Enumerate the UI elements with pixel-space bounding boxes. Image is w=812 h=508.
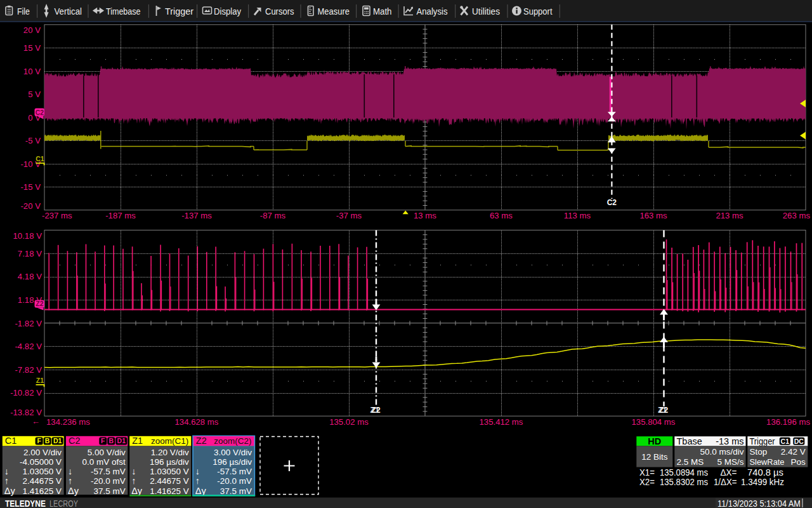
svg-text:0.0 mV ofst: 0.0 mV ofst — [82, 457, 126, 467]
svg-text:Z2: Z2 — [196, 436, 207, 446]
svg-text:D1: D1 — [117, 437, 126, 444]
svg-text:135.8302 ms: 135.8302 ms — [660, 477, 708, 487]
svg-text:B: B — [45, 437, 50, 444]
svg-text:1.03050 V: 1.03050 V — [150, 467, 189, 476]
svg-text:-57.5 mV: -57.5 mV — [217, 467, 252, 476]
svg-text:-1.82 V: -1.82 V — [15, 319, 42, 328]
svg-text:1/ΔX=: 1/ΔX= — [714, 477, 737, 487]
svg-text:12 Bits: 12 Bits — [641, 452, 668, 462]
svg-text:-15 V: -15 V — [20, 182, 41, 192]
svg-text:Z1: Z1 — [658, 406, 667, 415]
svg-text:135.0894 ms: 135.0894 ms — [660, 467, 708, 478]
svg-text:Stop: Stop — [750, 447, 768, 457]
svg-text:Vertical: Vertical — [55, 6, 82, 17]
svg-text:1.41625 V: 1.41625 V — [23, 486, 62, 496]
svg-text:-4.82 V: -4.82 V — [15, 342, 42, 351]
svg-text:File: File — [17, 6, 30, 17]
svg-text:196 µs/div: 196 µs/div — [213, 457, 252, 467]
svg-text:37.5 mV: 37.5 mV — [220, 486, 252, 496]
svg-text:134.628 ms: 134.628 ms — [175, 417, 219, 427]
svg-text:Δy: Δy — [131, 486, 143, 496]
svg-text:50.0 ms/div: 50.0 ms/div — [700, 447, 743, 457]
svg-text:↓: ↓ — [131, 466, 136, 476]
svg-text:10.18 V: 10.18 V — [13, 231, 43, 241]
svg-text:C2: C2 — [69, 436, 81, 446]
svg-text:Trigger: Trigger — [750, 436, 775, 446]
svg-text:Measure: Measure — [318, 6, 350, 17]
svg-text:X2=: X2= — [639, 477, 655, 487]
svg-text:20 V: 20 V — [23, 25, 41, 35]
svg-text:1.3499 kHz: 1.3499 kHz — [741, 477, 784, 487]
svg-text:F: F — [37, 437, 41, 444]
svg-text:↑: ↑ — [4, 476, 9, 486]
svg-text:163 ms: 163 ms — [639, 211, 667, 220]
svg-text:TELEDYNE: TELEDYNE — [5, 498, 46, 508]
svg-text:Timebase: Timebase — [106, 6, 141, 17]
svg-text:↓: ↓ — [4, 466, 9, 476]
svg-text:63 ms: 63 ms — [490, 211, 513, 220]
svg-text:2.00 V/div: 2.00 V/div — [23, 448, 62, 457]
svg-text:1.20 V/div: 1.20 V/div — [151, 448, 189, 457]
svg-text:135.412 ms: 135.412 ms — [480, 417, 523, 427]
svg-text:135.02 ms: 135.02 ms — [329, 417, 369, 427]
svg-text:Tbase: Tbase — [677, 436, 702, 446]
svg-text:-20.0 mV: -20.0 mV — [91, 476, 126, 486]
svg-text:-57.5 mV: -57.5 mV — [91, 467, 126, 476]
svg-text:196 µs/div: 196 µs/div — [150, 457, 189, 467]
svg-text:2.5 MS: 2.5 MS — [677, 457, 704, 467]
svg-text:Display: Display — [214, 6, 241, 17]
svg-text:ΔX=: ΔX= — [721, 467, 737, 478]
svg-text:-10.82 V: -10.82 V — [10, 388, 42, 398]
svg-text:Z1: Z1 — [370, 406, 379, 415]
svg-text:-237 ms: -237 ms — [42, 211, 72, 220]
svg-text:Δy: Δy — [195, 486, 207, 496]
svg-text:10 V: 10 V — [23, 67, 41, 76]
svg-text:SlewRate: SlewRate — [750, 457, 785, 467]
svg-text:37.5 mV: 37.5 mV — [94, 486, 126, 496]
svg-text:113 ms: 113 ms — [564, 211, 591, 220]
svg-text:-20 V: -20 V — [20, 201, 41, 211]
svg-text:-7.82 V: -7.82 V — [15, 365, 42, 375]
svg-text:Analysis: Analysis — [417, 6, 448, 17]
svg-text:Math: Math — [373, 6, 392, 17]
svg-text:↓: ↓ — [68, 466, 72, 476]
svg-text:740.8 µs: 740.8 µs — [747, 467, 783, 478]
svg-text:135.804 ms: 135.804 ms — [632, 417, 676, 427]
svg-text:←: ← — [32, 417, 40, 426]
svg-text:Pos: Pos — [791, 457, 806, 467]
svg-text:D1: D1 — [53, 437, 62, 444]
svg-text:X1=: X1= — [639, 467, 655, 478]
svg-text:F: F — [101, 437, 105, 444]
svg-text:-13 ms: -13 ms — [716, 436, 743, 446]
svg-text:-5 V: -5 V — [25, 136, 41, 145]
svg-text:C1: C1 — [36, 155, 44, 163]
svg-text:↓: ↓ — [195, 466, 200, 476]
svg-text:C1: C1 — [781, 438, 790, 445]
svg-text:Z1: Z1 — [132, 436, 143, 446]
svg-text:Z1: Z1 — [36, 377, 44, 384]
svg-text:LECROY: LECROY — [49, 498, 78, 508]
svg-text:HD: HD — [648, 436, 661, 446]
svg-text:-20.0 mV: -20.0 mV — [217, 476, 252, 486]
svg-text:↑: ↑ — [131, 476, 136, 486]
svg-text:11/13/2023 5:13:04 AM: 11/13/2023 5:13:04 AM — [717, 498, 801, 508]
svg-text:263 ms: 263 ms — [783, 211, 811, 220]
svg-text:Trigger: Trigger — [165, 6, 193, 17]
svg-text:213 ms: 213 ms — [716, 211, 743, 220]
svg-text:C2: C2 — [36, 109, 44, 116]
svg-text:136.196 ms: 136.196 ms — [766, 417, 810, 427]
svg-text:zoom(C1): zoom(C1) — [151, 436, 188, 446]
svg-text:5.00 V/div: 5.00 V/div — [88, 448, 126, 457]
svg-text:Z2: Z2 — [36, 300, 43, 307]
svg-text:134.236 ms: 134.236 ms — [46, 417, 90, 427]
svg-text:15 V: 15 V — [23, 43, 41, 53]
svg-text:-87 ms: -87 ms — [260, 211, 286, 220]
svg-text:3.00 V/div: 3.00 V/div — [214, 448, 252, 457]
svg-text:Support: Support — [523, 6, 553, 17]
svg-text:Δy: Δy — [4, 486, 16, 496]
svg-text:5 V: 5 V — [28, 90, 41, 99]
svg-text:2.44675 V: 2.44675 V — [23, 476, 62, 486]
svg-text:4.18 V: 4.18 V — [18, 272, 42, 281]
svg-text:1.41625 V: 1.41625 V — [150, 486, 189, 496]
svg-text:-187 ms: -187 ms — [105, 211, 136, 220]
